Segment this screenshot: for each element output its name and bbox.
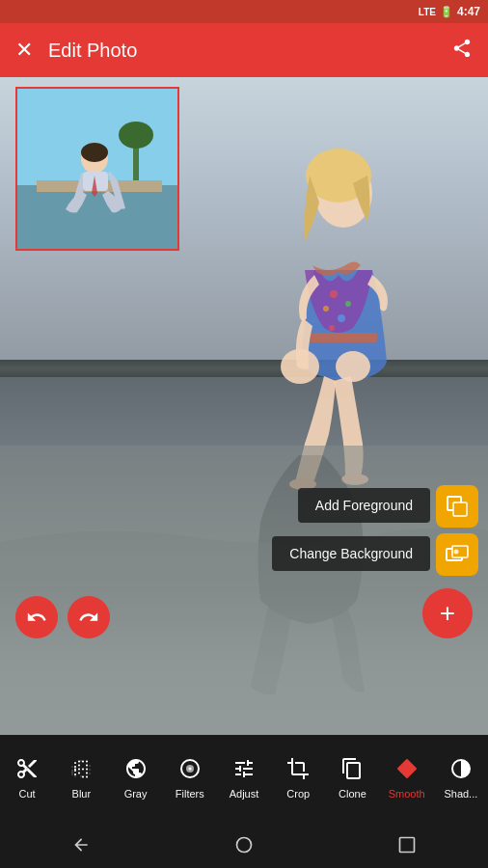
svg-point-25 [454, 550, 459, 555]
undo-button[interactable] [15, 596, 58, 638]
blur-label: Blur [72, 788, 92, 800]
tool-filters[interactable]: Filters [163, 751, 217, 805]
bottom-toolbar: Cut Blur Gray Filters [0, 735, 488, 822]
gray-icon [124, 757, 148, 784]
crop-icon [286, 757, 310, 784]
svg-rect-22 [453, 502, 467, 516]
tool-shadow[interactable]: Shad... [434, 751, 488, 805]
svg-point-3 [345, 301, 351, 307]
svg-point-2 [330, 290, 338, 298]
clone-icon [340, 757, 364, 784]
nav-back-button[interactable] [52, 826, 110, 864]
tool-crop[interactable]: Crop [271, 751, 325, 805]
svg-rect-9 [310, 333, 377, 342]
blur-icon [69, 757, 93, 784]
background-icon-button[interactable] [436, 533, 478, 576]
thumbnail [15, 87, 179, 251]
gray-label: Gray [124, 788, 148, 800]
clone-label: Clone [339, 788, 366, 800]
tool-cut[interactable]: Cut [0, 751, 54, 805]
canvas-area: Add Foreground Change Background + [0, 77, 488, 735]
cut-label: Cut [19, 788, 36, 800]
woman-figure [189, 116, 469, 502]
nav-home-button[interactable] [215, 826, 273, 864]
page-title: Edit Photo [48, 40, 137, 62]
tool-clone[interactable]: Clone [325, 751, 379, 805]
battery-icon: 🔋 [440, 6, 453, 18]
svg-point-29 [236, 838, 251, 853]
status-bar: LTE 🔋 4:47 [0, 0, 488, 23]
foreground-icon-button[interactable] [436, 485, 478, 528]
nav-bar [0, 822, 488, 868]
adjust-label: Adjust [230, 788, 259, 800]
add-button[interactable]: + [422, 588, 473, 638]
signal-indicator: LTE [419, 7, 436, 17]
cut-icon [15, 757, 39, 784]
svg-point-10 [281, 349, 319, 384]
crop-label: Crop [286, 788, 310, 800]
svg-point-20 [81, 143, 108, 162]
top-bar-left: ✕ Edit Photo [15, 38, 137, 63]
time-display: 4:47 [457, 5, 480, 18]
svg-point-16 [119, 122, 153, 149]
tool-adjust[interactable]: Adjust [217, 751, 271, 805]
status-icons: LTE 🔋 4:47 [419, 5, 480, 18]
svg-point-6 [329, 325, 335, 331]
svg-rect-14 [17, 185, 179, 251]
svg-rect-30 [399, 838, 414, 853]
thumbnail-image [17, 89, 179, 251]
filters-icon [178, 757, 202, 784]
tool-blur[interactable]: Blur [54, 751, 108, 805]
smooth-icon [395, 757, 419, 784]
shadow-label: Shad... [444, 788, 477, 800]
change-background-button[interactable]: Change Background [272, 536, 430, 571]
adjust-icon [232, 757, 256, 784]
svg-point-4 [323, 306, 329, 312]
nav-recent-button[interactable] [378, 826, 436, 864]
add-foreground-button[interactable]: Add Foreground [298, 488, 430, 523]
shadow-icon [449, 757, 473, 784]
tool-smooth[interactable]: Smooth [380, 751, 434, 805]
svg-point-28 [188, 768, 191, 771]
top-bar: ✕ Edit Photo [0, 23, 488, 77]
filters-label: Filters [176, 788, 204, 800]
svg-point-5 [338, 314, 345, 322]
close-button[interactable]: ✕ [15, 38, 33, 63]
share-button[interactable] [451, 38, 473, 64]
smooth-label: Smooth [389, 788, 425, 800]
tool-gray[interactable]: Gray [108, 751, 162, 805]
redo-button[interactable] [68, 596, 110, 638]
svg-point-11 [336, 351, 370, 382]
